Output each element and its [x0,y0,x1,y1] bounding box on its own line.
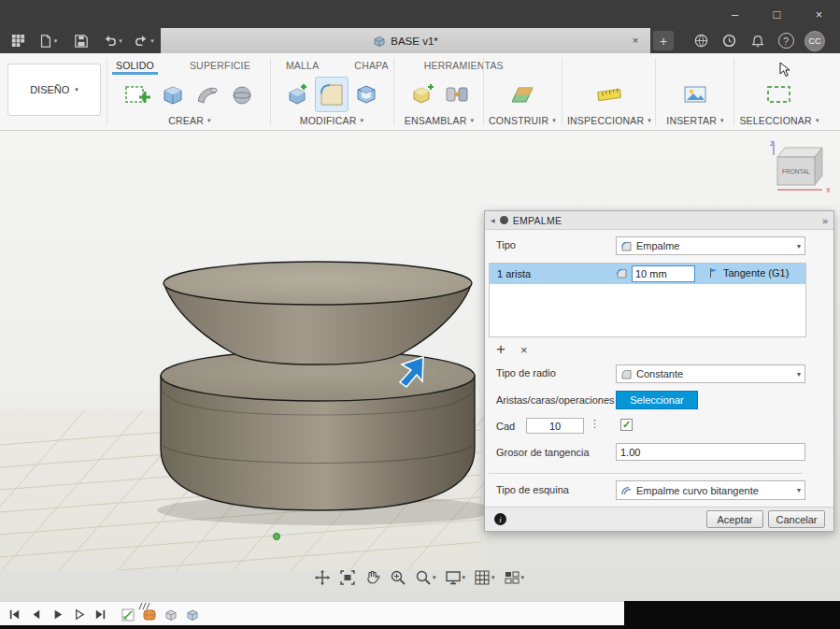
sketch-feature-icon[interactable] [120,607,135,622]
new-tab-button[interactable]: + [653,31,674,50]
tab-solido[interactable]: SOLIDO [110,56,160,74]
select-tool-icon[interactable] [763,78,795,111]
fillet-icon[interactable] [316,78,348,111]
edge-row-label: 1 arista [497,268,531,279]
viewports-icon[interactable]: ▾ [501,567,528,588]
caret-down-icon: ▾ [521,574,525,581]
edge-tangency[interactable]: Tangente (G1) [708,267,789,279]
remove-edge-button[interactable]: × [520,343,528,357]
collapse-icon[interactable]: ◀ [491,217,495,223]
pan-icon[interactable] [311,567,334,588]
fillet-feature-icon[interactable] [184,607,200,622]
caret-down-icon: ▾ [361,117,364,124]
extensions-globe-icon[interactable] [689,31,713,50]
workspace-selector[interactable]: DISEÑO ▾ [7,64,101,116]
viewport-3d[interactable]: FRONTAL Z X ▾ [0,131,840,601]
fillet-mini-icon [620,240,633,252]
constant-radius-icon [620,368,633,380]
tangency-weight-input[interactable] [616,443,805,461]
fit-view-icon[interactable] [336,567,359,588]
edge-row-selected[interactable]: 1 arista Tangente (G1) [490,264,805,284]
maximize-button[interactable]: □ [756,0,798,28]
cancel-button[interactable]: Cancelar [768,510,825,528]
joint-icon[interactable] [441,78,473,111]
save-icon[interactable] [69,31,93,50]
zoom-in-icon[interactable] [387,567,409,588]
grid-settings-icon[interactable]: ▾ [471,567,498,588]
model-base-body[interactable] [161,350,475,510]
pan-hand-icon[interactable] [362,567,384,588]
cad-input[interactable] [526,418,584,434]
titlebar: – □ × [0,0,840,28]
tab-chapa[interactable]: CHAPA [349,56,393,74]
radio-type-dropdown[interactable]: Constante ▾ [616,365,805,383]
timeline-features [120,607,200,622]
document-tab[interactable]: BASE v1* × [161,28,650,53]
tab-superficie[interactable]: SUPERFICIE [184,56,256,74]
cad-options-icon[interactable]: ⋮ [590,418,600,430]
edge-radius-input[interactable] [632,265,695,282]
form-feature-icon[interactable] [141,607,157,622]
file-menu-icon[interactable]: ▾ [32,31,64,50]
measure-icon[interactable] [593,78,625,111]
group-separator [393,58,394,125]
fillet-dialog: ◀ EMPALME » Tipo Empalme ▾ 1 arista [484,210,834,532]
add-edge-button[interactable]: + [496,340,505,359]
document-tab-title: BASE v1* [391,36,438,47]
job-status-clock-icon[interactable] [717,31,741,50]
info-icon[interactable]: i [494,513,506,525]
viewcube[interactable]: FRONTAL Z X [764,138,835,194]
viewcube-x-axis-label: X [826,187,831,193]
timeline-playback-controls [6,606,108,622]
shell-icon[interactable] [350,78,382,111]
app-grid-icon[interactable] [6,31,30,50]
create-sketch-icon[interactable] [122,78,154,111]
group-label-modificar[interactable]: MODIFICAR▾ [300,115,363,126]
seleccionar-button[interactable]: Seleccionar [616,391,698,409]
revolve-icon[interactable] [226,78,258,111]
redo-icon[interactable]: ▾ [129,31,159,50]
document-tab-close-icon[interactable]: × [628,33,643,48]
fillet-mini-icon [616,267,628,281]
model-lid-body[interactable] [164,262,472,365]
timeline-skip-start-icon[interactable] [6,606,22,622]
press-pull-icon[interactable] [281,78,313,111]
extrude-icon[interactable] [157,78,189,111]
tab-malla[interactable]: MALLA [280,56,324,74]
tab-herramientas[interactable]: HERRAMIENTAS [419,56,509,74]
close-button[interactable]: × [798,0,840,28]
insert-image-icon[interactable] [679,78,711,111]
display-settings-icon[interactable]: ▾ [442,567,469,588]
sweep-icon[interactable] [192,78,223,111]
cad-checkbox[interactable]: ✓ [620,419,633,431]
dialog-header[interactable]: ◀ EMPALME » [485,211,833,230]
group-label-inspeccionar[interactable]: INSPECCIONAR▾ [567,115,651,126]
timeline-step-forward-icon[interactable] [70,606,87,622]
timeline-step-back-icon[interactable] [27,606,44,622]
caret-down-icon: ▾ [207,117,211,124]
caret-down-icon: ▾ [797,370,801,379]
zoom-window-icon[interactable]: ▾ [412,567,439,588]
corner-type-dropdown[interactable]: Empalme curvo bitangente ▾ [616,480,805,500]
group-label-ensamblar[interactable]: ENSAMBLAR▾ [405,115,474,126]
new-component-icon[interactable] [406,78,438,111]
expand-panel-icon[interactable]: » [822,215,828,226]
group-label-seleccionar[interactable]: SELECCIONAR▾ [739,115,819,126]
tipo-dropdown[interactable]: Empalme ▾ [616,236,805,255]
group-label-crear[interactable]: CREAR▾ [168,115,210,126]
cad-label: Cad [496,417,515,436]
help-icon[interactable]: ? [774,31,798,50]
body-feature-icon[interactable] [163,607,178,622]
group-label-construir[interactable]: CONSTRUIR▾ [489,115,556,126]
avatar[interactable]: CC [804,31,825,51]
group-label-insertar[interactable]: INSERTAR▾ [666,115,723,126]
minimize-button[interactable]: – [714,0,756,28]
tipo-label: Tipo [496,236,516,254]
timeline-skip-end-icon[interactable] [92,606,108,622]
notifications-bell-icon[interactable] [746,31,770,50]
accept-button[interactable]: Aceptar [706,510,763,528]
undo-icon[interactable]: ▾ [97,31,127,50]
construction-plane-icon[interactable] [506,78,538,111]
origin-point[interactable] [274,534,280,540]
timeline-play-icon[interactable] [49,606,65,622]
